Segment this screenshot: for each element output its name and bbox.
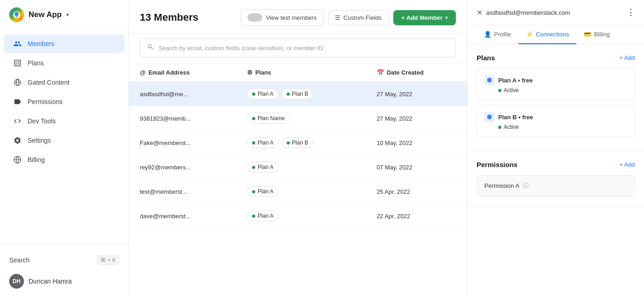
plan-badge[interactable]: Plan A bbox=[247, 162, 279, 173]
plan-badge[interactable]: Plan A bbox=[247, 210, 279, 221]
billing-icon bbox=[13, 155, 22, 164]
panel-tabs: 👤 Profile ⚡ Connections 💳 Billing bbox=[467, 25, 644, 45]
sidebar-item-label: Members bbox=[28, 40, 54, 47]
plan-badge[interactable]: Plan B bbox=[282, 137, 313, 148]
email-cell: asdfasdfsd@me... bbox=[129, 82, 236, 106]
sidebar-item-label: Permissions bbox=[28, 98, 63, 105]
plan-dot bbox=[252, 141, 255, 145]
add-member-label: + Add Member bbox=[402, 14, 443, 21]
members-count: 13 Members bbox=[140, 12, 198, 23]
plan-dot bbox=[252, 166, 255, 169]
plan-card-b: Plan B • free Active bbox=[477, 105, 635, 137]
sidebar-item-dev-tools[interactable]: Dev Tools bbox=[4, 112, 125, 130]
plan-badge[interactable]: Plan A bbox=[247, 88, 279, 99]
plans-cell: Plan Name bbox=[236, 106, 366, 131]
plans-column-header: ⚙ Plans bbox=[236, 64, 366, 82]
info-icon[interactable]: ⓘ bbox=[523, 182, 529, 190]
tab-connections[interactable]: ⚡ Connections bbox=[518, 25, 576, 44]
permissions-icon bbox=[13, 97, 22, 106]
app-name: New App bbox=[29, 10, 62, 19]
sidebar-item-plans[interactable]: Plans bbox=[4, 54, 125, 72]
view-test-members-button[interactable]: View test members bbox=[241, 9, 323, 26]
table-row[interactable]: test@memberst...Plan A25 Apr, 2022 bbox=[129, 180, 467, 204]
sidebar-item-gated-content[interactable]: Gated Content bbox=[4, 73, 125, 92]
chevron-down-icon: ▾ bbox=[445, 15, 448, 20]
plans-col-icon: ⚙ bbox=[247, 69, 253, 76]
plans-cell: Plan A bbox=[236, 180, 366, 204]
more-options-icon[interactable]: ⋮ bbox=[627, 7, 635, 17]
tab-billing[interactable]: 💳 Billing bbox=[576, 25, 617, 44]
panel-email: asdfasdfsd@memberstack.com bbox=[486, 9, 570, 16]
plan-a-status-text: Active bbox=[504, 87, 519, 93]
date-cell: 27 May, 2022 bbox=[366, 82, 467, 106]
custom-fields-button[interactable]: ☰ Custom Fields bbox=[328, 10, 388, 25]
email-icon: @ bbox=[140, 69, 146, 76]
search-trigger[interactable]: Search ⌘ + K bbox=[9, 252, 119, 268]
add-member-button[interactable]: + Add Member ▾ bbox=[393, 10, 456, 25]
list-icon: ☰ bbox=[335, 14, 340, 21]
plan-badge[interactable]: Plan A bbox=[247, 186, 279, 197]
table-row[interactable]: 9381923@memb...Plan Name27 May, 2022 bbox=[129, 106, 467, 131]
permissions-section-header: Permissions + Add bbox=[477, 161, 635, 168]
status-dot bbox=[498, 126, 501, 129]
table-row[interactable]: rey92@members...Plan A07 May, 2022 bbox=[129, 155, 467, 180]
tab-label: Connections bbox=[536, 31, 569, 38]
email-cell: 9381923@memb... bbox=[129, 106, 236, 131]
sidebar-item-billing[interactable]: Billing bbox=[4, 151, 125, 169]
dev-tools-icon bbox=[13, 116, 22, 126]
sidebar: New App ▾ Members Plans Gated Content bbox=[0, 0, 129, 296]
email-cell: rey92@members... bbox=[129, 155, 236, 180]
toggle-switch bbox=[247, 13, 262, 22]
members-table: @ Email Address ⚙ Plans 📅 Date Cr bbox=[129, 64, 467, 228]
permissions-section-title: Permissions bbox=[477, 161, 518, 168]
plans-cell: Plan A bbox=[236, 204, 366, 228]
search-label: Search bbox=[9, 256, 29, 264]
plan-card-b-header: Plan B • free bbox=[484, 112, 627, 122]
search-shortcut: ⌘ + K bbox=[97, 255, 119, 265]
tab-profile[interactable]: 👤 Profile bbox=[477, 25, 518, 44]
view-test-label: View test members bbox=[266, 14, 316, 21]
plan-badge[interactable]: Plan A bbox=[247, 137, 279, 148]
date-cell: 27 May, 2022 bbox=[366, 106, 467, 131]
email-column-header: @ Email Address bbox=[129, 64, 236, 82]
sidebar-item-members[interactable]: Members bbox=[4, 35, 125, 53]
email-cell: test@memberst... bbox=[129, 180, 236, 204]
permission-card-a: Permission A ⓘ bbox=[477, 175, 635, 197]
members-header: 13 Members View test members ☰ Custom Fi… bbox=[129, 0, 467, 34]
email-cell: dave@memberst... bbox=[129, 204, 236, 228]
plan-b-name: Plan B • free bbox=[498, 114, 533, 121]
sidebar-item-settings[interactable]: Settings bbox=[4, 131, 125, 150]
date-column-header: 📅 Date Created bbox=[366, 64, 467, 82]
plan-card-a: Plan A • free Active bbox=[477, 68, 635, 100]
header-actions: View test members ☰ Custom Fields + Add … bbox=[241, 9, 456, 26]
plan-b-status: Active bbox=[498, 124, 627, 130]
user-name: Duncan Hamra bbox=[29, 278, 72, 285]
table-row[interactable]: dave@memberst...Plan A22 Apr, 2022 bbox=[129, 204, 467, 228]
search-icon bbox=[147, 43, 154, 52]
sidebar-item-label: Dev Tools bbox=[28, 117, 56, 125]
sidebar-header: New App ▾ bbox=[0, 0, 128, 30]
close-icon[interactable]: ✕ bbox=[477, 8, 483, 17]
date-cell: 07 May, 2022 bbox=[366, 155, 467, 180]
user-profile[interactable]: DH Duncan Hamra bbox=[9, 274, 119, 289]
plans-cell: Plan APlan B bbox=[236, 131, 366, 155]
gated-content-icon bbox=[13, 78, 22, 87]
add-plan-link[interactable]: + Add bbox=[619, 54, 635, 61]
settings-icon bbox=[13, 136, 22, 145]
billing-tab-icon: 💳 bbox=[584, 31, 591, 38]
app-logo[interactable]: New App ▾ bbox=[9, 7, 69, 22]
table-row[interactable]: asdfasdfsd@me...Plan APlan B27 May, 2022 bbox=[129, 82, 467, 106]
connections-tab-icon: ⚡ bbox=[526, 31, 533, 38]
plan-dot bbox=[252, 117, 255, 120]
date-cell: 10 May, 2022 bbox=[366, 131, 467, 155]
sidebar-item-label: Plans bbox=[28, 59, 44, 67]
table-row[interactable]: Fake@memberst...Plan APlan B10 May, 2022 bbox=[129, 131, 467, 155]
search-input[interactable] bbox=[159, 45, 449, 52]
plan-b-icon bbox=[484, 112, 494, 122]
add-permission-link[interactable]: + Add bbox=[619, 161, 635, 168]
plan-badge[interactable]: Plan B bbox=[282, 88, 313, 99]
status-dot bbox=[498, 89, 501, 92]
sidebar-footer: Search ⌘ + K DH Duncan Hamra bbox=[0, 244, 128, 296]
plan-badge[interactable]: Plan Name bbox=[247, 113, 290, 124]
sidebar-item-permissions[interactable]: Permissions bbox=[4, 93, 125, 111]
